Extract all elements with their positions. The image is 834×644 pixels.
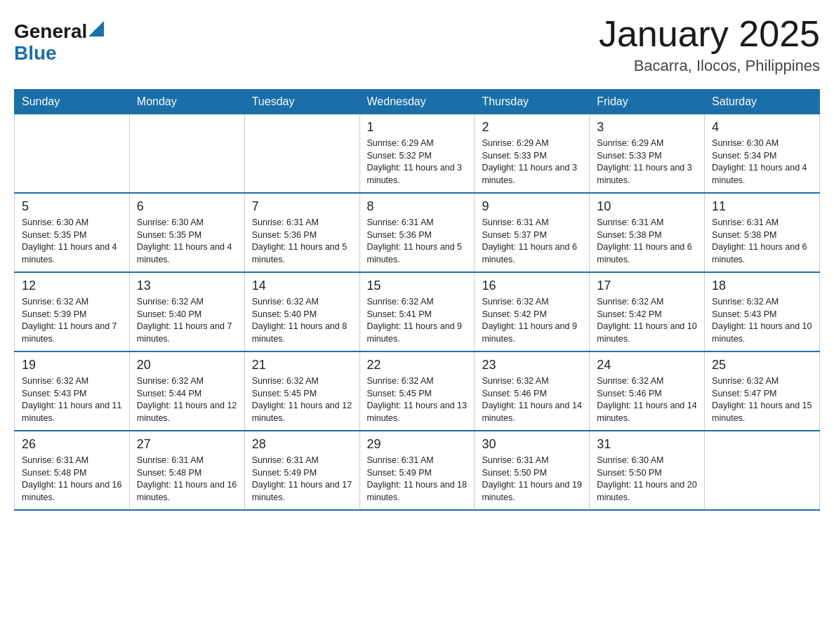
week-row-4: 19Sunrise: 6:32 AM Sunset: 5:43 PM Dayli… [15,351,820,431]
day-info: Sunrise: 6:32 AM Sunset: 5:45 PM Dayligh… [367,375,468,424]
day-info: Sunrise: 6:32 AM Sunset: 5:43 PM Dayligh… [712,296,812,345]
day-cell: 31Sunrise: 6:30 AM Sunset: 5:50 PM Dayli… [590,431,705,510]
day-info: Sunrise: 6:31 AM Sunset: 5:36 PM Dayligh… [367,217,468,266]
day-info: Sunrise: 6:31 AM Sunset: 5:37 PM Dayligh… [482,217,582,266]
day-number: 6 [137,199,237,214]
header-friday: Friday [590,90,705,114]
day-number: 24 [597,358,697,373]
page-header: General Blue January 2025 Bacarra, Iloco… [14,14,820,75]
day-number: 25 [712,358,812,373]
day-info: Sunrise: 6:31 AM Sunset: 5:36 PM Dayligh… [252,217,352,266]
day-info: Sunrise: 6:32 AM Sunset: 5:41 PM Dayligh… [367,296,468,345]
day-info: Sunrise: 6:30 AM Sunset: 5:35 PM Dayligh… [137,217,237,266]
day-cell: 22Sunrise: 6:32 AM Sunset: 5:45 PM Dayli… [359,351,475,431]
day-info: Sunrise: 6:32 AM Sunset: 5:42 PM Dayligh… [482,296,582,345]
day-info: Sunrise: 6:32 AM Sunset: 5:45 PM Dayligh… [252,375,352,424]
day-number: 22 [367,358,468,373]
day-info: Sunrise: 6:32 AM Sunset: 5:46 PM Dayligh… [597,375,697,424]
day-number: 7 [252,199,352,214]
day-cell: 16Sunrise: 6:32 AM Sunset: 5:42 PM Dayli… [475,272,590,351]
day-info: Sunrise: 6:32 AM Sunset: 5:40 PM Dayligh… [137,296,237,345]
day-info: Sunrise: 6:30 AM Sunset: 5:50 PM Dayligh… [597,455,697,504]
day-number: 11 [712,199,812,214]
day-info: Sunrise: 6:31 AM Sunset: 5:50 PM Dayligh… [482,455,582,504]
day-cell: 25Sunrise: 6:32 AM Sunset: 5:47 PM Dayli… [705,351,820,431]
day-number: 4 [712,120,812,135]
week-row-2: 5Sunrise: 6:30 AM Sunset: 5:35 PM Daylig… [15,193,820,272]
calendar-title: January 2025 [599,14,820,54]
calendar-header-row: SundayMondayTuesdayWednesdayThursdayFrid… [15,90,820,114]
calendar-table: SundayMondayTuesdayWednesdayThursdayFrid… [14,89,820,511]
day-number: 20 [137,358,237,373]
day-cell: 4Sunrise: 6:30 AM Sunset: 5:34 PM Daylig… [705,114,820,194]
day-number: 3 [597,120,697,135]
day-cell: 19Sunrise: 6:32 AM Sunset: 5:43 PM Dayli… [15,351,130,431]
day-info: Sunrise: 6:32 AM Sunset: 5:42 PM Dayligh… [597,296,697,345]
header-saturday: Saturday [705,90,820,114]
day-cell: 12Sunrise: 6:32 AM Sunset: 5:39 PM Dayli… [15,272,130,351]
logo: General Blue [14,21,104,65]
day-info: Sunrise: 6:32 AM Sunset: 5:39 PM Dayligh… [22,296,122,345]
day-number: 15 [367,279,468,293]
day-number: 28 [252,437,352,452]
day-cell: 15Sunrise: 6:32 AM Sunset: 5:41 PM Dayli… [359,272,475,351]
day-cell: 30Sunrise: 6:31 AM Sunset: 5:50 PM Dayli… [475,431,590,510]
day-cell: 10Sunrise: 6:31 AM Sunset: 5:38 PM Dayli… [590,193,705,272]
day-cell: 17Sunrise: 6:32 AM Sunset: 5:42 PM Dayli… [590,272,705,351]
day-cell: 14Sunrise: 6:32 AM Sunset: 5:40 PM Dayli… [244,272,359,351]
day-info: Sunrise: 6:31 AM Sunset: 5:48 PM Dayligh… [22,455,122,504]
header-thursday: Thursday [475,90,590,114]
day-cell: 5Sunrise: 6:30 AM Sunset: 5:35 PM Daylig… [15,193,130,272]
header-sunday: Sunday [15,90,130,114]
day-cell: 9Sunrise: 6:31 AM Sunset: 5:37 PM Daylig… [475,193,590,272]
day-number: 30 [482,437,582,452]
day-number: 31 [597,437,697,452]
day-cell [15,114,130,194]
day-info: Sunrise: 6:31 AM Sunset: 5:48 PM Dayligh… [137,455,237,504]
day-number: 17 [597,279,697,293]
day-cell: 13Sunrise: 6:32 AM Sunset: 5:40 PM Dayli… [129,272,244,351]
day-cell: 3Sunrise: 6:29 AM Sunset: 5:33 PM Daylig… [590,114,705,194]
day-cell: 28Sunrise: 6:31 AM Sunset: 5:49 PM Dayli… [244,431,359,510]
day-number: 2 [482,120,582,135]
day-cell: 24Sunrise: 6:32 AM Sunset: 5:46 PM Dayli… [590,351,705,431]
day-info: Sunrise: 6:31 AM Sunset: 5:38 PM Dayligh… [597,217,697,266]
day-number: 13 [137,279,237,293]
calendar-subtitle: Bacarra, Ilocos, Philippines [599,57,820,75]
day-cell [705,431,820,510]
day-cell: 20Sunrise: 6:32 AM Sunset: 5:44 PM Dayli… [129,351,244,431]
title-block: January 2025 Bacarra, Ilocos, Philippine… [599,14,820,75]
day-number: 16 [482,279,582,293]
day-cell: 2Sunrise: 6:29 AM Sunset: 5:33 PM Daylig… [475,114,590,194]
day-info: Sunrise: 6:31 AM Sunset: 5:49 PM Dayligh… [367,455,468,504]
day-cell: 29Sunrise: 6:31 AM Sunset: 5:49 PM Dayli… [359,431,475,510]
day-info: Sunrise: 6:29 AM Sunset: 5:33 PM Dayligh… [597,137,697,187]
day-cell: 23Sunrise: 6:32 AM Sunset: 5:46 PM Dayli… [475,351,590,431]
day-number: 5 [22,199,122,214]
day-cell: 11Sunrise: 6:31 AM Sunset: 5:38 PM Dayli… [705,193,820,272]
day-info: Sunrise: 6:30 AM Sunset: 5:35 PM Dayligh… [22,217,122,266]
day-cell: 1Sunrise: 6:29 AM Sunset: 5:32 PM Daylig… [359,114,475,194]
day-info: Sunrise: 6:29 AM Sunset: 5:33 PM Dayligh… [482,137,582,187]
day-info: Sunrise: 6:32 AM Sunset: 5:46 PM Dayligh… [482,375,582,424]
day-cell: 26Sunrise: 6:31 AM Sunset: 5:48 PM Dayli… [15,431,130,510]
day-number: 19 [22,358,122,373]
day-cell [244,114,359,194]
logo-triangle-icon [88,21,104,36]
logo-blue-text: Blue [14,43,104,65]
day-number: 1 [367,120,468,135]
day-number: 18 [712,279,812,293]
day-info: Sunrise: 6:32 AM Sunset: 5:43 PM Dayligh… [22,375,122,424]
week-row-5: 26Sunrise: 6:31 AM Sunset: 5:48 PM Dayli… [15,431,820,510]
day-cell: 18Sunrise: 6:32 AM Sunset: 5:43 PM Dayli… [705,272,820,351]
day-cell: 7Sunrise: 6:31 AM Sunset: 5:36 PM Daylig… [244,193,359,272]
day-cell: 6Sunrise: 6:30 AM Sunset: 5:35 PM Daylig… [129,193,244,272]
day-number: 14 [252,279,352,293]
day-number: 21 [252,358,352,373]
day-number: 9 [482,199,582,214]
day-info: Sunrise: 6:30 AM Sunset: 5:34 PM Dayligh… [712,137,812,187]
logo-general-text: General [14,21,87,43]
day-cell: 21Sunrise: 6:32 AM Sunset: 5:45 PM Dayli… [244,351,359,431]
day-info: Sunrise: 6:31 AM Sunset: 5:49 PM Dayligh… [252,455,352,504]
day-number: 10 [597,199,697,214]
